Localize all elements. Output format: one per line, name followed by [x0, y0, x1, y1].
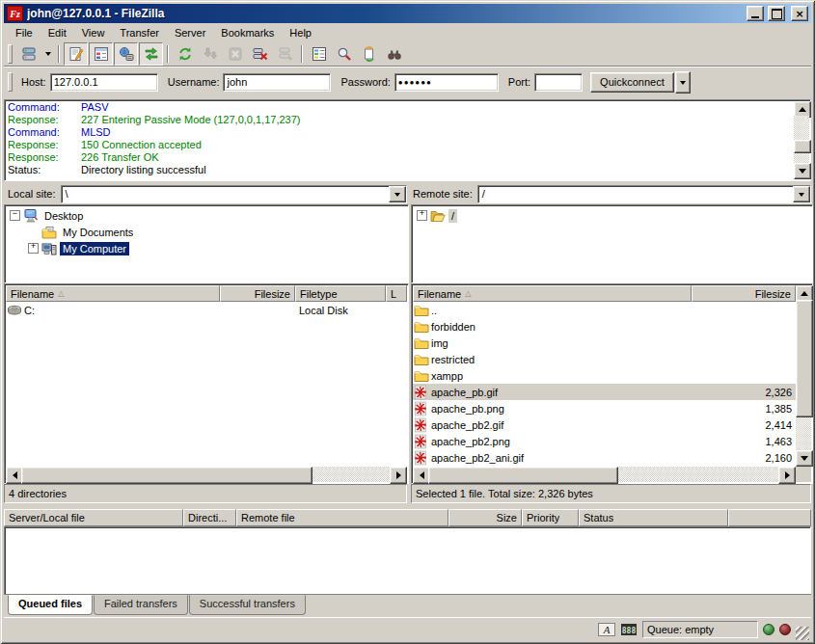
remote-file-row[interactable]: apache_pb.gif2,326 [413, 384, 796, 400]
column-header-directi[interactable]: Directi... [183, 509, 236, 526]
remote-site-dropdown-button[interactable] [793, 186, 810, 202]
local-tree-item-my-documents[interactable]: My Documents [5, 224, 408, 240]
remote-file-row[interactable]: apache_pb2.png1,463 [413, 433, 796, 449]
find-files-button[interactable] [382, 42, 406, 66]
local-site-dropdown-button[interactable] [389, 186, 406, 202]
scrollbar-thumb[interactable] [794, 140, 811, 153]
minimize-button[interactable] [747, 6, 764, 21]
column-header-filename[interactable]: Filename△ [6, 285, 220, 302]
tab-queued-files[interactable]: Queued files [8, 595, 93, 615]
password-input[interactable] [394, 73, 499, 92]
close-button[interactable]: × [791, 6, 808, 21]
log-line: Command:PASV [8, 101, 791, 114]
menu-item-edit[interactable]: Edit [41, 25, 74, 40]
column-header-l[interactable]: L [386, 285, 407, 302]
expand-plus-icon[interactable]: + [28, 243, 39, 254]
toggle-transfer-queue-button[interactable] [139, 42, 163, 66]
column-header-status[interactable]: Status [579, 509, 728, 526]
host-input[interactable] [50, 73, 158, 92]
imgfile-icon [414, 401, 429, 416]
remote-site-label: Remote site: [411, 188, 473, 200]
remote-toggle-icon [119, 46, 134, 62]
scrollbar-thumb[interactable] [796, 300, 813, 417]
remote-tree-item-item[interactable]: +/ [412, 207, 812, 224]
column-header-filename[interactable]: Filename△ [413, 285, 692, 302]
remote-file-row[interactable]: apache_pb2.gif2,414 [413, 416, 796, 433]
menu-item-bookmarks[interactable]: Bookmarks [213, 25, 282, 40]
sort-ascending-icon: △ [465, 290, 471, 298]
username-input[interactable] [223, 73, 331, 92]
column-header-server-local-file[interactable]: Server/Local file [4, 509, 183, 526]
toggle-local-tree-button[interactable] [89, 42, 113, 66]
remote-file-row[interactable]: forbidden [413, 318, 796, 335]
remote-file-row[interactable]: .. [413, 302, 796, 318]
menu-item-help[interactable]: Help [282, 25, 319, 40]
arrow-down-icon [801, 456, 808, 465]
local-file-row[interactable]: C:Local Disk [6, 302, 407, 318]
menu-item-file[interactable]: File [8, 25, 41, 40]
synchronized-browsing-button[interactable] [357, 42, 381, 66]
send-activity-led-icon [779, 624, 791, 635]
port-input[interactable] [534, 73, 583, 92]
queue-toggle-icon [144, 46, 159, 62]
column-header-priority[interactable]: Priority [522, 509, 579, 526]
column-header-size[interactable]: Size [448, 509, 522, 526]
file-name-cell: .. [413, 303, 692, 318]
local-site-label: Local site: [6, 188, 56, 200]
directory-comparison-button[interactable] [332, 42, 356, 66]
queue-header: Server/Local fileDirecti...Remote fileSi… [4, 509, 811, 526]
remote-horizontal-scrollbar[interactable] [413, 467, 796, 482]
collapse-minus-icon[interactable]: − [10, 210, 20, 221]
local-horizontal-scrollbar[interactable] [6, 467, 407, 482]
local-tree-item-my-computer[interactable]: +My Computer [5, 240, 408, 256]
menu-item-server[interactable]: Server [167, 25, 213, 40]
file-name-cell: apache_pb.gif [413, 385, 692, 400]
scrollbar-thumb[interactable] [428, 467, 618, 484]
remote-file-row[interactable]: img [413, 335, 796, 351]
scroll-down-button[interactable] [796, 450, 813, 467]
column-header-label: Priority [527, 512, 559, 523]
mycomputer-icon [41, 241, 57, 256]
remote-file-row[interactable]: restricted [413, 351, 796, 367]
quickconnect-button[interactable]: Quickconnect [590, 72, 674, 93]
quickconnect-dropdown-button[interactable] [675, 71, 691, 94]
column-header-filetype[interactable]: Filetype [295, 285, 386, 302]
remote-vertical-scrollbar[interactable] [796, 285, 811, 467]
site-manager-dropdown-button[interactable] [41, 43, 54, 65]
scrollbar-thumb[interactable] [21, 467, 312, 484]
chevron-down-icon [799, 193, 804, 200]
expand-plus-icon[interactable]: + [417, 210, 427, 221]
maximize-button[interactable] [768, 6, 785, 21]
tab-failed-transfers[interactable]: Failed transfers [94, 595, 188, 615]
column-header-remote-file[interactable]: Remote file [236, 509, 448, 526]
remote-file-row[interactable]: apache_pb2_ani.gif2,160 [413, 449, 796, 466]
menu-item-transfer[interactable]: Transfer [112, 25, 167, 40]
filter-button[interactable] [307, 42, 331, 66]
column-header-filesize[interactable]: Filesize [692, 285, 796, 302]
log-message: Directory listing successful [81, 164, 206, 176]
scroll-right-button[interactable] [778, 467, 796, 484]
menu-item-view[interactable]: View [74, 25, 113, 40]
refresh-button[interactable] [173, 42, 197, 66]
resize-grip[interactable] [796, 627, 809, 640]
file-name: apache_pb.png [431, 403, 504, 415]
local-tree-item-desktop[interactable]: −Desktop [5, 207, 408, 224]
toggle-remote-tree-button[interactable] [114, 42, 138, 66]
remote-site-combo[interactable]: / [477, 185, 811, 203]
column-header-filesize[interactable]: Filesize [220, 285, 295, 302]
file-name-cell: apache_pb2_ani.gif [413, 450, 692, 466]
scroll-right-button[interactable] [390, 467, 407, 484]
remote-file-row[interactable]: xampp [413, 367, 796, 384]
log-message: 150 Connection accepted [81, 139, 202, 151]
remote-file-row[interactable]: apache_pb.png1,385 [413, 400, 796, 416]
site-manager-button[interactable] [16, 42, 41, 66]
disconnect-button[interactable] [248, 42, 272, 66]
scroll-down-button[interactable] [794, 163, 811, 179]
toggle-message-log-button[interactable] [64, 42, 88, 66]
log-type-label: Command: [8, 101, 81, 114]
local-site-combo[interactable]: \ [61, 185, 407, 203]
toolbar-separator [301, 45, 303, 63]
log-scrollbar[interactable] [794, 101, 809, 179]
local-directory-tree: −DesktopMy Documents+My Computer [4, 204, 409, 283]
tab-successful-transfers[interactable]: Successful transfers [189, 595, 306, 615]
